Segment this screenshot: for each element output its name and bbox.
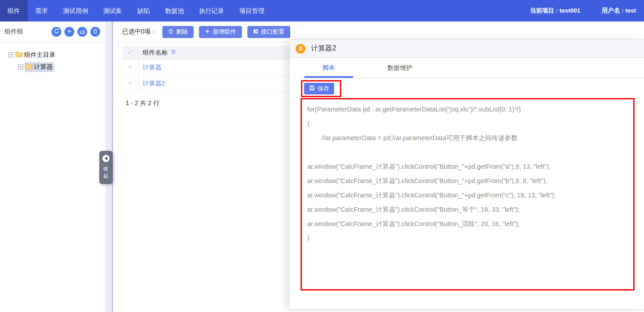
tree-node-calculator-body[interactable]: 计算器 (25, 62, 54, 72)
code-line: ar.window("CalcFrame_计算器").clickControl(… (307, 217, 628, 231)
nav-item-requirements[interactable]: 需求 (28, 0, 55, 21)
refresh-icon (54, 28, 59, 35)
navbar-right: 当前项目 : test001 用户名 : test (530, 7, 644, 15)
username-label: 用户名 : test (602, 7, 636, 15)
tab-script[interactable]: 脚本 (304, 58, 353, 78)
collapse-minus-icon[interactable] (18, 64, 23, 69)
component-detail-drawer: 3 计算器2 脚本 数据维护 保存 for(ParameterData pd :… (290, 39, 644, 310)
plus-icon (67, 29, 72, 35)
save-button-label: 保存 (318, 85, 329, 93)
code-line: //ar.parameterData = pd;//ar.parameterDa… (307, 131, 628, 145)
row-checkbox[interactable] (122, 76, 139, 91)
code-line (307, 145, 628, 159)
collapse-arrow-circle (102, 155, 110, 162)
delete-button-label: 删除 (176, 28, 188, 36)
table-header-name: 组件名称 (139, 46, 176, 59)
nav-item-testcases[interactable]: 测试用例 (55, 0, 96, 21)
script-editor[interactable]: for(ParameterData pd : ar.getParameterDa… (301, 98, 635, 291)
nav-item-project-management[interactable]: 项目管理 (232, 0, 272, 21)
nav-item-datapool[interactable]: 数据池 (157, 0, 191, 21)
check-icon (127, 80, 133, 87)
drawer-title: 计算器2 (311, 44, 336, 53)
active-tab-underline (304, 76, 353, 78)
component-tree: 组件主目录 计算器 (0, 43, 112, 73)
layout-grid-icon (253, 29, 258, 35)
nav-item-execution-records[interactable]: 执行记录 (191, 0, 232, 21)
selection-count-label: 已选中0项： (122, 28, 157, 36)
column-header-label: 组件名称 (143, 49, 168, 57)
floppy-disk-icon (309, 85, 315, 92)
sidebar-actions (51, 27, 100, 37)
filter-icon[interactable] (171, 49, 176, 56)
nav-item-defects[interactable]: 缺陷 (130, 0, 157, 21)
tab-data-maintenance-label: 数据维护 (387, 64, 412, 72)
drawer-header: 3 计算器2 (290, 40, 644, 58)
code-line: ar.window("CalcFrame_计算器").clickControl(… (307, 188, 628, 202)
code-line: ar.window("CalcFrame_计算器").clickControl(… (307, 174, 628, 188)
drawer-tab-bar: 脚本 数据维护 (290, 58, 644, 78)
code-line: ar.window("CalcFrame_计算器").clickControl(… (307, 202, 628, 217)
current-project-label: 当前项目 : test001 (530, 7, 580, 15)
nav-item-testsets[interactable]: 测试集 (96, 0, 130, 21)
plus-icon (205, 29, 210, 35)
trash-icon (168, 29, 174, 35)
component-link-calculator[interactable]: 计算器 (143, 64, 161, 72)
tree-node-root-body[interactable]: 组件主目录 (15, 50, 57, 60)
code-line: } (307, 231, 628, 245)
tree-node-root[interactable]: 组件主目录 (0, 49, 112, 61)
sidebar-collapse-handle[interactable]: 收起 (99, 151, 113, 184)
select-all-checkbox[interactable] (122, 46, 139, 59)
sidebar-title: 组件组 (4, 28, 23, 36)
add-component-button-label: 新增组件 (213, 28, 236, 36)
step-number-badge: 3 (296, 44, 305, 54)
interface-config-button-label: 接口配置 (261, 28, 284, 36)
save-button[interactable]: 保存 (304, 83, 334, 94)
folder-icon (15, 51, 24, 59)
save-annotation-box: 保存 (301, 80, 341, 97)
code-line: { (307, 116, 628, 131)
top-navbar: 组件 需求 测试用例 测试集 缺陷 数据池 执行记录 项目管理 当前项目 : t… (0, 0, 644, 21)
code-line: ar.window("CalcFrame_计算器").clickControl(… (307, 159, 628, 174)
add-component-button[interactable]: 新增组件 (199, 26, 242, 38)
tree-node-label: 组件主目录 (24, 51, 55, 59)
edit-group-button[interactable] (77, 27, 87, 37)
interface-config-button[interactable]: 接口配置 (247, 26, 290, 38)
check-icon (127, 64, 133, 71)
component-group-sidebar: 组件组 组件主目录 (0, 21, 113, 312)
check-icon (127, 49, 133, 56)
folder-icon (25, 63, 34, 71)
code-line: for(ParameterData pd : ar.getParameterDa… (307, 102, 628, 116)
tab-data-maintenance[interactable]: 数据维护 (383, 58, 417, 78)
nav-item-components[interactable]: 组件 (0, 0, 28, 21)
delete-button[interactable]: 删除 (162, 26, 194, 38)
add-group-button[interactable] (64, 27, 74, 37)
edit-icon (80, 29, 85, 35)
tree-node-label: 计算器 (34, 63, 53, 71)
trash-icon (93, 29, 98, 35)
collapse-minus-icon[interactable] (8, 52, 13, 57)
row-checkbox[interactable] (122, 60, 139, 75)
delete-group-button[interactable] (90, 27, 100, 37)
component-link-calculator2[interactable]: 计算器2 (143, 80, 165, 88)
sidebar-header: 组件组 (0, 21, 112, 43)
arrow-left-icon (105, 157, 107, 160)
main-menu: 组件 需求 测试用例 测试集 缺陷 数据池 执行记录 项目管理 (0, 0, 272, 21)
collapse-label: 收起 (103, 165, 109, 180)
tab-script-label: 脚本 (322, 64, 335, 72)
tree-node-calculator[interactable]: 计算器 (0, 61, 112, 73)
refresh-button[interactable] (51, 27, 61, 37)
